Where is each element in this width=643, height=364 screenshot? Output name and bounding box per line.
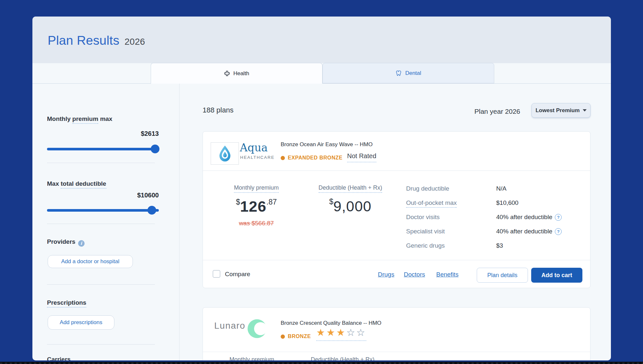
plan-name: Bronze Ocean Air Easy Wave -- HMO <box>281 141 373 148</box>
providers-heading: Providersi <box>47 238 85 247</box>
monthly-premium-max-slider[interactable] <box>47 145 159 153</box>
detail-value: N/A <box>496 185 507 192</box>
deductible-dollars: 9,000 <box>333 198 372 215</box>
premium-cents: .87 <box>266 198 277 206</box>
detail-value-text: 40% after deductible <box>496 214 552 221</box>
label-part-dotted[interactable]: premium <box>72 115 98 124</box>
bronze-dot-icon <box>281 335 285 339</box>
plan-card-aqua: Aqua HEALTHCARE Bronze Ocean Air Easy Wa… <box>203 131 590 288</box>
prescriptions-label[interactable]: Prescriptions <box>47 299 86 308</box>
max-total-deductible-label: Max total deductible <box>47 180 106 187</box>
question-icon[interactable]: ? <box>555 228 562 235</box>
tab-dental-label: Dental <box>405 70 421 76</box>
monthly-premium-label[interactable]: Monthly premium <box>234 184 279 193</box>
deductible-label[interactable]: Deductible (Health + Rx) <box>319 184 382 193</box>
max-total-deductible-slider[interactable] <box>47 206 159 215</box>
health-cross-icon <box>224 70 230 76</box>
plan-details-button[interactable]: Plan details <box>477 268 528 283</box>
metal-level-badge: BRONZE <box>281 334 311 339</box>
page-title-text: Plan Results <box>48 33 119 47</box>
plans-count: 188 plans <box>203 106 233 114</box>
monthly-premium-max-value: $2613 <box>47 130 159 137</box>
add-to-cart-button[interactable]: Add to cart <box>531 268 582 283</box>
deductible-column: Deductible (Health + Rx) $9,000 <box>310 184 391 215</box>
currency-symbol: $ <box>236 198 240 206</box>
monthly-premium-label: Monthly premium <box>229 356 274 360</box>
detail-value: $3 <box>496 242 503 249</box>
plan-card-footer: Compare Drugs Doctors Benefits Plan deta… <box>203 260 590 288</box>
tab-dental[interactable]: Dental <box>322 63 494 83</box>
sidebar-separator <box>47 163 155 163</box>
slider-thumb[interactable] <box>151 145 159 153</box>
detail-value: $10,600 <box>496 199 519 206</box>
page-header: Plan Results2026 <box>32 17 611 63</box>
empty-stars: ☆☆ <box>346 327 367 338</box>
add-doctor-button[interactable]: Add a doctor or hospital <box>48 255 133 268</box>
tab-health[interactable]: Health <box>151 63 322 84</box>
plan-rating[interactable]: Not Rated <box>347 152 376 162</box>
water-drop-icon <box>217 145 232 163</box>
benefits-link[interactable]: Benefits <box>436 271 459 278</box>
table-row: Drug deductible N/A <box>406 185 562 199</box>
plan-card-header: Lunaro Bronze Crescent Quality Balance -… <box>203 308 590 352</box>
table-row: Generic drugs $3 <box>406 242 562 256</box>
deductible-amount: $9,000 <box>310 197 391 215</box>
tab-health-label: Health <box>233 70 249 77</box>
info-icon[interactable]: i <box>78 240 85 247</box>
carrier-subtitle: HEALTHCARE <box>240 155 275 160</box>
previous-premium: was $566.87 <box>222 220 290 227</box>
carrier-name: Lunaro <box>214 321 245 331</box>
max-total-deductible-value: $10600 <box>47 192 159 199</box>
detail-value: 40% after deductible? <box>496 228 562 235</box>
slider-track[interactable] <box>47 148 159 150</box>
benefit-detail-table: Drug deductible N/A Out-of-pocket max $1… <box>406 185 562 256</box>
plan-card-header: Aqua HEALTHCARE Bronze Ocean Air Easy Wa… <box>203 132 590 171</box>
table-row: Out-of-pocket max $10,600 <box>406 199 562 214</box>
label-part: Monthly <box>47 115 72 122</box>
detail-label: Generic drugs <box>406 242 496 249</box>
carriers-heading: Carriers <box>47 356 71 360</box>
plan-year-label: Plan year 2026 <box>454 108 520 115</box>
drugs-link[interactable]: Drugs <box>378 271 394 278</box>
star-rating[interactable]: ★★★☆☆ <box>316 327 366 341</box>
sidebar-separator <box>47 284 155 285</box>
prescriptions-heading: Prescriptions <box>47 299 86 306</box>
detail-label: Out-of-pocket max <box>406 199 496 206</box>
metal-level-text: EXPANDED BRONZE <box>288 155 343 161</box>
detail-label-dotted[interactable]: Out-of-pocket max <box>406 199 457 208</box>
page-background: Plan Results2026 Health Dental Monthly p… <box>0 0 643 364</box>
detail-label: Drug deductible <box>406 185 496 192</box>
page-title-year: 2026 <box>124 37 145 47</box>
label-part: Max <box>47 180 61 187</box>
metal-level-badge: EXPANDED BRONZE <box>281 155 343 161</box>
compare-checkbox[interactable] <box>213 270 220 278</box>
plan-name: Bronze Crescent Quality Balance -- HMO <box>281 320 381 326</box>
metal-level-text: BRONZE <box>288 334 311 339</box>
bronze-dot-icon <box>281 156 285 160</box>
question-icon[interactable]: ? <box>555 214 562 221</box>
slider-thumb[interactable] <box>147 206 156 215</box>
detail-value: 40% after deductible? <box>496 214 562 221</box>
detail-label: Specialist visit <box>406 228 496 235</box>
sidebar-separator <box>47 344 155 345</box>
aqua-logo <box>211 142 239 165</box>
slider-track[interactable] <box>47 209 159 212</box>
carrier-name: Aqua <box>240 141 268 154</box>
plan-details-section: Monthly premium $126.87 was $566.87 Dedu… <box>203 171 590 260</box>
sidebar-separator <box>47 224 155 224</box>
sort-dropdown-value: Lowest Premium <box>535 107 579 114</box>
screen-bottom-edge <box>0 362 643 364</box>
doctors-link[interactable]: Doctors <box>404 271 425 278</box>
detail-value-text: 40% after deductible <box>496 228 552 235</box>
compare-label: Compare <box>225 271 250 278</box>
monthly-premium-amount: $126.87 <box>222 197 290 215</box>
tooth-icon <box>395 70 402 76</box>
label-part: max <box>98 115 112 122</box>
sort-dropdown[interactable]: Lowest Premium <box>532 103 590 118</box>
deductible-label: Deductible (Health + Rx) <box>311 356 375 360</box>
table-row: Doctor visits 40% after deductible? <box>406 214 562 228</box>
monthly-premium-max-label: Monthly premium max <box>47 115 112 123</box>
label-part-dotted[interactable]: total deductible <box>61 180 106 189</box>
premium-dollars: 126 <box>240 198 266 215</box>
add-prescriptions-button[interactable]: Add prescriptions <box>48 315 114 330</box>
